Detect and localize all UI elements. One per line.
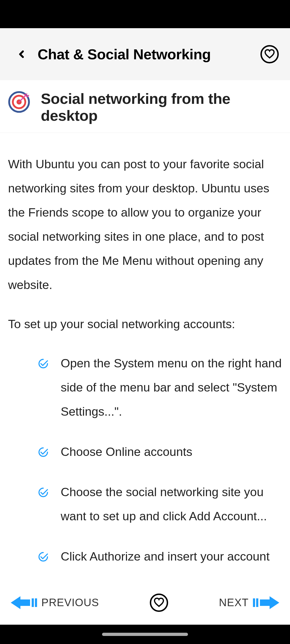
paragraph-1: With Ubuntu you can post to your favorit… (8, 152, 282, 297)
step-item: Open the System menu on the right hand s… (38, 351, 282, 424)
step-text: Click Authorize and insert your account (61, 544, 282, 569)
footer-nav: PREVIOUS NEXT (0, 580, 290, 625)
step-text: Choose the social networking site you wa… (61, 480, 282, 528)
svg-rect-6 (35, 598, 37, 607)
app-content: Chat & Social Networking Social networki… (0, 28, 290, 625)
article-body: With Ubuntu you can post to your favorit… (0, 133, 290, 336)
step-item: Click Authorize and insert your account (38, 544, 282, 569)
svg-rect-5 (32, 598, 34, 607)
previous-label: PREVIOUS (41, 597, 99, 609)
svg-rect-9 (256, 598, 258, 607)
heart-outline-icon (260, 45, 279, 64)
system-nav-bar (0, 625, 290, 644)
section-title: Social networking from the desktop (41, 90, 282, 124)
check-circle-icon (38, 358, 49, 369)
svg-marker-10 (260, 596, 279, 609)
app-header: Chat & Social Networking (0, 28, 290, 80)
check-circle-icon (38, 447, 49, 458)
paragraph-2: To set up your social networking account… (8, 312, 282, 336)
next-button[interactable]: NEXT (219, 593, 279, 612)
step-item: Choose Online accounts (38, 440, 282, 464)
check-circle-icon (38, 487, 49, 498)
article-content: Social networking from the desktop With … (0, 80, 290, 625)
step-text: Open the System menu on the right hand s… (61, 351, 282, 424)
next-label: NEXT (219, 597, 249, 609)
previous-button[interactable]: PREVIOUS (11, 593, 99, 612)
section-header: Social networking from the desktop (0, 80, 290, 133)
svg-point-0 (261, 46, 278, 63)
steps-list: Open the System menu on the right hand s… (0, 336, 290, 569)
svg-point-7 (151, 594, 168, 611)
header-title: Chat & Social Networking (38, 46, 252, 63)
check-circle-icon (38, 551, 49, 562)
svg-marker-4 (11, 596, 30, 609)
favorite-button[interactable] (260, 45, 279, 64)
step-item: Choose the social networking site you wa… (38, 480, 282, 528)
chevron-left-icon (16, 49, 27, 60)
gesture-handle[interactable] (102, 633, 188, 636)
arrow-right-icon (252, 593, 279, 612)
status-bar (0, 0, 290, 28)
arrow-left-icon (11, 593, 38, 612)
step-text: Choose Online accounts (61, 440, 282, 464)
back-button[interactable] (13, 46, 30, 62)
svg-rect-8 (253, 598, 255, 607)
target-icon (8, 91, 30, 113)
heart-outline-icon (149, 593, 169, 612)
footer-favorite-button[interactable] (149, 593, 169, 612)
